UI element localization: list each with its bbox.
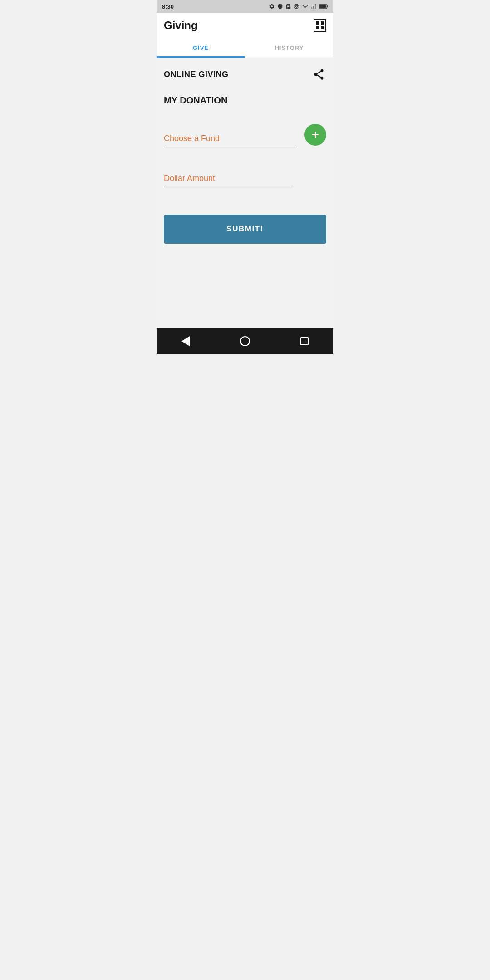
online-giving-title: ONLINE GIVING [164,70,229,79]
home-button[interactable] [240,336,250,346]
tab-give-label: GIVE [193,44,209,51]
amount-row [164,170,326,187]
tab-history[interactable]: HISTORY [245,38,333,58]
wifi-icon [302,4,309,9]
grid-cell-3 [316,26,319,30]
svg-rect-3 [315,4,316,9]
grid-cell-1 [316,21,319,25]
svg-line-10 [317,75,321,78]
dollar-amount-input[interactable] [164,170,294,187]
svg-line-11 [317,72,321,74]
svg-point-8 [314,73,318,76]
plus-icon: + [312,128,319,141]
grid-cell-2 [321,21,324,25]
my-donation-label: MY DONATION [164,95,326,106]
back-icon [181,336,190,346]
home-icon [240,336,250,346]
svg-point-7 [321,69,324,72]
choose-fund-input[interactable] [164,130,297,147]
fund-field-wrapper [164,130,297,147]
tab-bar: GIVE HISTORY [157,38,333,58]
svg-rect-6 [319,5,326,8]
signal-icon [311,4,317,9]
svg-rect-2 [314,5,315,9]
tab-history-label: HISTORY [274,44,304,51]
main-content: ONLINE GIVING MY DONATION + SUBMIT! [157,58,333,328]
grid-cell-4 [321,26,324,30]
svg-rect-0 [312,7,313,9]
status-time: 8:30 [162,3,174,10]
recents-icon [300,337,309,345]
share-icon [313,68,325,81]
share-button[interactable] [312,67,326,82]
shield-icon [277,3,283,10]
at-icon [294,3,299,10]
submit-button[interactable]: SUBMIT! [164,215,326,244]
svg-rect-1 [313,6,314,9]
nav-bar [157,328,333,354]
app-title: Giving [164,19,198,32]
battery-icon [319,4,328,9]
svg-rect-5 [327,5,328,7]
svg-point-9 [321,77,324,80]
sim-icon [285,3,291,10]
status-icons [269,3,328,10]
add-fund-button[interactable]: + [304,124,326,146]
app-bar: Giving [157,13,333,38]
recents-button[interactable] [300,337,309,345]
section-header: ONLINE GIVING [164,67,326,82]
back-button[interactable] [181,336,190,346]
settings-icon [269,3,275,10]
grid-view-icon[interactable] [314,19,326,32]
fund-row: + [164,124,326,147]
status-bar: 8:30 [157,0,333,13]
tab-give[interactable]: GIVE [157,38,245,58]
